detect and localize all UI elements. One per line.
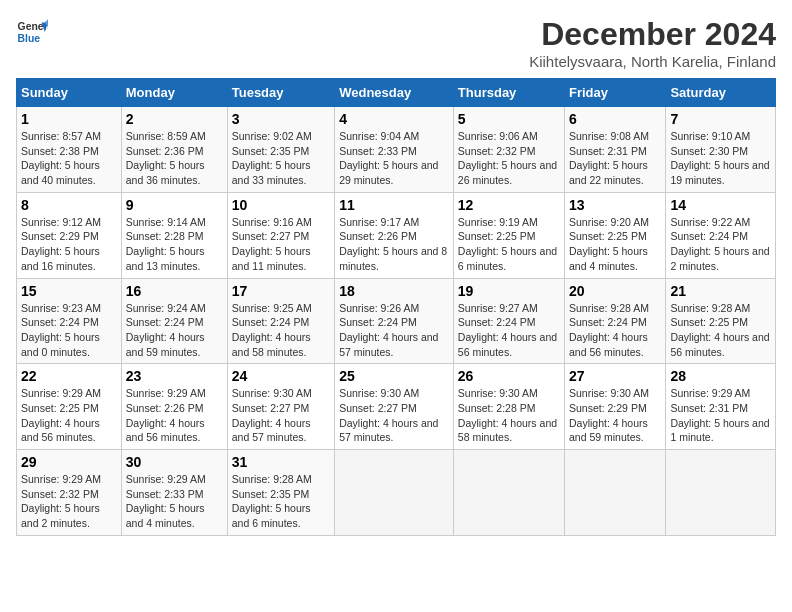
- calendar-week-3: 15Sunrise: 9:23 AMSunset: 2:24 PMDayligh…: [17, 278, 776, 364]
- day-number: 31: [232, 454, 330, 470]
- day-info: Sunrise: 9:30 AMSunset: 2:28 PMDaylight:…: [458, 386, 560, 445]
- logo: General Blue: [16, 16, 48, 48]
- day-number: 11: [339, 197, 449, 213]
- day-info: Sunrise: 9:22 AMSunset: 2:24 PMDaylight:…: [670, 215, 771, 274]
- day-info: Sunrise: 9:02 AMSunset: 2:35 PMDaylight:…: [232, 129, 330, 188]
- logo-icon: General Blue: [16, 16, 48, 48]
- calendar-cell: 28Sunrise: 9:29 AMSunset: 2:31 PMDayligh…: [666, 364, 776, 450]
- day-number: 8: [21, 197, 117, 213]
- day-number: 3: [232, 111, 330, 127]
- calendar-week-5: 29Sunrise: 9:29 AMSunset: 2:32 PMDayligh…: [17, 450, 776, 536]
- title-area: December 2024 Kiihtelysvaara, North Kare…: [529, 16, 776, 70]
- calendar-cell: 13Sunrise: 9:20 AMSunset: 2:25 PMDayligh…: [565, 192, 666, 278]
- day-info: Sunrise: 9:25 AMSunset: 2:24 PMDaylight:…: [232, 301, 330, 360]
- calendar-cell: 8Sunrise: 9:12 AMSunset: 2:29 PMDaylight…: [17, 192, 122, 278]
- day-number: 15: [21, 283, 117, 299]
- day-info: Sunrise: 9:23 AMSunset: 2:24 PMDaylight:…: [21, 301, 117, 360]
- column-header-tuesday: Tuesday: [227, 79, 334, 107]
- day-number: 2: [126, 111, 223, 127]
- day-number: 20: [569, 283, 661, 299]
- calendar-cell: 16Sunrise: 9:24 AMSunset: 2:24 PMDayligh…: [121, 278, 227, 364]
- calendar-cell: 5Sunrise: 9:06 AMSunset: 2:32 PMDaylight…: [453, 107, 564, 193]
- day-number: 18: [339, 283, 449, 299]
- day-number: 14: [670, 197, 771, 213]
- day-info: Sunrise: 9:17 AMSunset: 2:26 PMDaylight:…: [339, 215, 449, 274]
- day-info: Sunrise: 9:28 AMSunset: 2:35 PMDaylight:…: [232, 472, 330, 531]
- calendar-cell: 20Sunrise: 9:28 AMSunset: 2:24 PMDayligh…: [565, 278, 666, 364]
- day-info: Sunrise: 9:19 AMSunset: 2:25 PMDaylight:…: [458, 215, 560, 274]
- page-subtitle: Kiihtelysvaara, North Karelia, Finland: [529, 53, 776, 70]
- column-header-saturday: Saturday: [666, 79, 776, 107]
- day-number: 9: [126, 197, 223, 213]
- page-title: December 2024: [529, 16, 776, 53]
- day-info: Sunrise: 9:27 AMSunset: 2:24 PMDaylight:…: [458, 301, 560, 360]
- calendar-cell: 19Sunrise: 9:27 AMSunset: 2:24 PMDayligh…: [453, 278, 564, 364]
- day-number: 10: [232, 197, 330, 213]
- day-number: 17: [232, 283, 330, 299]
- day-number: 27: [569, 368, 661, 384]
- calendar-cell: 25Sunrise: 9:30 AMSunset: 2:27 PMDayligh…: [335, 364, 454, 450]
- calendar-cell: 24Sunrise: 9:30 AMSunset: 2:27 PMDayligh…: [227, 364, 334, 450]
- day-number: 24: [232, 368, 330, 384]
- calendar-cell: 21Sunrise: 9:28 AMSunset: 2:25 PMDayligh…: [666, 278, 776, 364]
- day-info: Sunrise: 9:29 AMSunset: 2:26 PMDaylight:…: [126, 386, 223, 445]
- calendar-week-4: 22Sunrise: 9:29 AMSunset: 2:25 PMDayligh…: [17, 364, 776, 450]
- day-number: 19: [458, 283, 560, 299]
- column-header-sunday: Sunday: [17, 79, 122, 107]
- calendar-cell: 27Sunrise: 9:30 AMSunset: 2:29 PMDayligh…: [565, 364, 666, 450]
- day-info: Sunrise: 9:26 AMSunset: 2:24 PMDaylight:…: [339, 301, 449, 360]
- day-info: Sunrise: 9:04 AMSunset: 2:33 PMDaylight:…: [339, 129, 449, 188]
- day-info: Sunrise: 9:29 AMSunset: 2:32 PMDaylight:…: [21, 472, 117, 531]
- day-info: Sunrise: 9:28 AMSunset: 2:24 PMDaylight:…: [569, 301, 661, 360]
- day-number: 28: [670, 368, 771, 384]
- day-info: Sunrise: 8:59 AMSunset: 2:36 PMDaylight:…: [126, 129, 223, 188]
- column-header-thursday: Thursday: [453, 79, 564, 107]
- calendar-cell: [335, 450, 454, 536]
- day-number: 12: [458, 197, 560, 213]
- calendar-cell: 23Sunrise: 9:29 AMSunset: 2:26 PMDayligh…: [121, 364, 227, 450]
- day-number: 13: [569, 197, 661, 213]
- calendar-body: 1Sunrise: 8:57 AMSunset: 2:38 PMDaylight…: [17, 107, 776, 536]
- calendar-cell: 18Sunrise: 9:26 AMSunset: 2:24 PMDayligh…: [335, 278, 454, 364]
- svg-text:Blue: Blue: [18, 33, 41, 44]
- day-number: 29: [21, 454, 117, 470]
- calendar-cell: [666, 450, 776, 536]
- calendar-cell: 14Sunrise: 9:22 AMSunset: 2:24 PMDayligh…: [666, 192, 776, 278]
- day-info: Sunrise: 9:29 AMSunset: 2:31 PMDaylight:…: [670, 386, 771, 445]
- day-info: Sunrise: 9:08 AMSunset: 2:31 PMDaylight:…: [569, 129, 661, 188]
- calendar-week-1: 1Sunrise: 8:57 AMSunset: 2:38 PMDaylight…: [17, 107, 776, 193]
- day-info: Sunrise: 9:12 AMSunset: 2:29 PMDaylight:…: [21, 215, 117, 274]
- calendar-cell: [565, 450, 666, 536]
- day-number: 22: [21, 368, 117, 384]
- day-info: Sunrise: 9:24 AMSunset: 2:24 PMDaylight:…: [126, 301, 223, 360]
- calendar-cell: 15Sunrise: 9:23 AMSunset: 2:24 PMDayligh…: [17, 278, 122, 364]
- calendar-cell: 1Sunrise: 8:57 AMSunset: 2:38 PMDaylight…: [17, 107, 122, 193]
- calendar-cell: 9Sunrise: 9:14 AMSunset: 2:28 PMDaylight…: [121, 192, 227, 278]
- calendar-cell: 22Sunrise: 9:29 AMSunset: 2:25 PMDayligh…: [17, 364, 122, 450]
- day-info: Sunrise: 9:16 AMSunset: 2:27 PMDaylight:…: [232, 215, 330, 274]
- calendar-cell: 4Sunrise: 9:04 AMSunset: 2:33 PMDaylight…: [335, 107, 454, 193]
- calendar-cell: 17Sunrise: 9:25 AMSunset: 2:24 PMDayligh…: [227, 278, 334, 364]
- day-info: Sunrise: 9:10 AMSunset: 2:30 PMDaylight:…: [670, 129, 771, 188]
- column-header-monday: Monday: [121, 79, 227, 107]
- calendar-header-row: SundayMondayTuesdayWednesdayThursdayFrid…: [17, 79, 776, 107]
- calendar-cell: 30Sunrise: 9:29 AMSunset: 2:33 PMDayligh…: [121, 450, 227, 536]
- calendar-cell: [453, 450, 564, 536]
- day-number: 25: [339, 368, 449, 384]
- day-number: 21: [670, 283, 771, 299]
- page-header: General Blue December 2024 Kiihtelysvaar…: [16, 16, 776, 70]
- day-info: Sunrise: 9:28 AMSunset: 2:25 PMDaylight:…: [670, 301, 771, 360]
- day-info: Sunrise: 9:06 AMSunset: 2:32 PMDaylight:…: [458, 129, 560, 188]
- calendar-cell: 26Sunrise: 9:30 AMSunset: 2:28 PMDayligh…: [453, 364, 564, 450]
- column-header-friday: Friday: [565, 79, 666, 107]
- day-number: 23: [126, 368, 223, 384]
- day-number: 16: [126, 283, 223, 299]
- day-info: Sunrise: 9:30 AMSunset: 2:27 PMDaylight:…: [232, 386, 330, 445]
- day-info: Sunrise: 9:30 AMSunset: 2:27 PMDaylight:…: [339, 386, 449, 445]
- calendar-cell: 6Sunrise: 9:08 AMSunset: 2:31 PMDaylight…: [565, 107, 666, 193]
- calendar-cell: 31Sunrise: 9:28 AMSunset: 2:35 PMDayligh…: [227, 450, 334, 536]
- calendar-cell: 29Sunrise: 9:29 AMSunset: 2:32 PMDayligh…: [17, 450, 122, 536]
- day-number: 7: [670, 111, 771, 127]
- calendar-cell: 2Sunrise: 8:59 AMSunset: 2:36 PMDaylight…: [121, 107, 227, 193]
- day-info: Sunrise: 9:29 AMSunset: 2:25 PMDaylight:…: [21, 386, 117, 445]
